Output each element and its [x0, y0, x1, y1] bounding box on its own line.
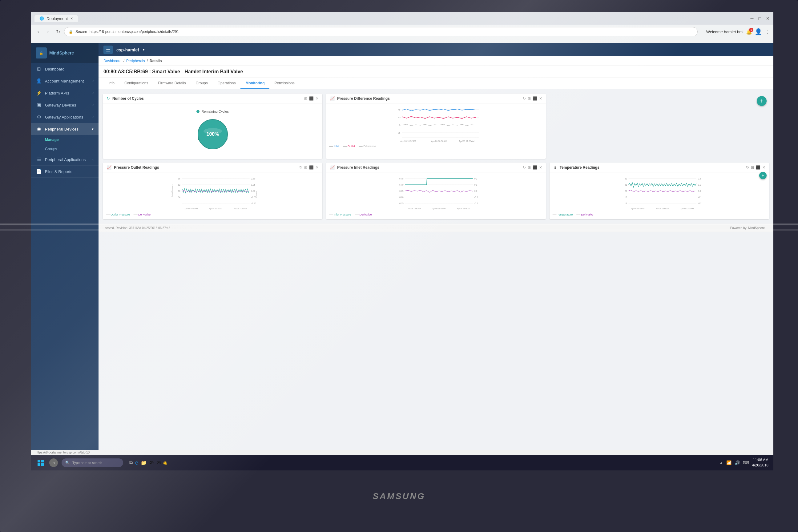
store-icon[interactable]: 🛍 [149, 460, 154, 466]
menu-icon[interactable]: ⋮ [765, 29, 770, 35]
tab-configurations[interactable]: Configurations [119, 78, 153, 89]
folder-icon[interactable]: 📁 [141, 460, 147, 466]
add-button[interactable]: + [757, 96, 766, 106]
inlet-close-icon[interactable]: ✕ [539, 165, 542, 170]
cycles-table-icon[interactable]: ⊞ [304, 96, 307, 101]
temp-close-icon[interactable]: ✕ [762, 165, 765, 170]
search-icon-button[interactable]: ○ [49, 458, 58, 467]
welcome-text: Welcome hamlet hmi [706, 30, 743, 34]
svg-text:20: 20 [625, 190, 627, 192]
legend-outlet-derivative: Derivative [138, 213, 151, 216]
svg-text:Apr/26 10:52AM: Apr/26 10:52AM [185, 208, 198, 210]
browser-titlebar: 🌐 Deployment ✕ ─ □ ✕ [31, 12, 773, 25]
temp-table-icon[interactable]: ⊞ [751, 165, 754, 170]
sidebar-item-dashboard[interactable]: ⊞ Dashboard [31, 63, 98, 75]
tab-firmware-details[interactable]: Firmware Details [153, 78, 191, 89]
sidebar-item-gateway-applications[interactable]: ⚙ Gateway Applications ‹ [31, 111, 98, 123]
pressure-inlet-title: Pressure Inlet Readings [337, 165, 520, 170]
taskbar-search[interactable]: 🔍 Type here to search [61, 458, 123, 467]
notification-icon[interactable]: 🔔1 [746, 29, 752, 35]
minimize-button[interactable]: ─ [750, 16, 754, 21]
legend-inlet-derivative: Derivative [359, 213, 372, 216]
reload-button[interactable]: ↻ [54, 28, 61, 35]
widget-pressure-diff-body: 75 25 0 -25 [326, 103, 546, 151]
tab-permissions[interactable]: Permissions [269, 78, 299, 89]
network-icon[interactable]: 📶 [726, 460, 732, 465]
back-button[interactable]: ‹ [35, 28, 42, 35]
legend-difference: ── Difference [359, 145, 376, 148]
tab-operations[interactable]: Operations [213, 78, 241, 89]
sidebar-item-account-management[interactable]: 👤 Account Management ‹ [31, 75, 98, 87]
inlet-download-icon[interactable]: ⬛ [533, 165, 537, 170]
svg-rect-69 [38, 463, 40, 466]
monitor-bezel: 🌐 Deployment ✕ ─ □ ✕ ‹ › ↻ 🔒 Secure http… [0, 0, 798, 532]
chrome-icon[interactable]: ◉ [163, 460, 168, 466]
restore-button[interactable]: □ [759, 16, 761, 21]
temp-add-button[interactable]: + [759, 172, 766, 179]
temp-refresh-icon[interactable]: ↻ [746, 165, 749, 170]
app-container: 🔒 MindSphere ⊞ Dashboard 👤 Account Manag… [31, 43, 773, 471]
browser-tab[interactable]: 🌐 Deployment ✕ [35, 15, 78, 22]
inlet-table-icon[interactable]: ⊞ [528, 165, 531, 170]
outlet-refresh-icon[interactable]: ↻ [299, 165, 302, 170]
start-button[interactable] [36, 458, 45, 468]
task-view-button[interactable]: ⧉ [129, 460, 133, 466]
widget-pressure-outlet-body: 66 62 58 54 2.50 1.25 0.00 -1.25 -2.5 [103, 172, 322, 219]
sidebar-sub-item-manage[interactable]: Manage [31, 135, 98, 145]
pressure-diff-refresh-icon[interactable]: ↻ [523, 96, 526, 101]
app-dropdown-arrow[interactable]: ▾ [143, 48, 145, 52]
widget-pressure-inlet-body: 64.5 64.0 63.5 63.0 62.5 0.2 0.1 0.0 -0.… [326, 172, 546, 219]
cycles-download-icon[interactable]: ⬛ [309, 96, 314, 101]
pressure-diff-download-icon[interactable]: ⬛ [533, 96, 537, 101]
tab-monitoring[interactable]: Monitoring [241, 78, 269, 89]
breadcrumb-dashboard[interactable]: Dashboard [103, 59, 121, 63]
svg-text:-0.2: -0.2 [698, 202, 701, 205]
sidebar-item-gateway-apps-label: Gateway Applications [45, 115, 83, 119]
pressure-diff-legend: ── Inlet ── Outlet ── Difference [329, 145, 543, 148]
svg-text:21: 21 [625, 184, 627, 186]
outlet-download-icon[interactable]: ⬛ [309, 165, 314, 170]
hamburger-button[interactable]: ☰ [103, 45, 113, 54]
peripheral-apps-chevron: ‹ [92, 158, 94, 161]
temp-download-icon[interactable]: ⬛ [756, 165, 760, 170]
volume-icon[interactable]: 🔊 [735, 460, 740, 465]
sidebar-item-platform-apis[interactable]: ⚡ Platform APIs ‹ [31, 87, 98, 99]
widget-pressure-outlet-header: 📈 Pressure Outlet Readings ↻ ⊞ ⬛ ✕ [103, 163, 322, 172]
inlet-refresh-icon[interactable]: ↻ [523, 165, 526, 170]
served-text: served. Revision: 337168d 04/25/2018 06:… [103, 225, 171, 231]
keyboard-icon[interactable]: ⌨ [743, 460, 749, 465]
pressure-diff-close-icon[interactable]: ✕ [539, 96, 542, 101]
edge-icon[interactable]: e [135, 460, 138, 466]
outlet-close-icon[interactable]: ✕ [316, 165, 319, 170]
widget-pressure-diff-actions: ↻ ⊞ ⬛ ✕ [523, 96, 542, 101]
svg-text:Apr/26 10:52AM: Apr/26 10:52AM [407, 208, 421, 210]
close-button[interactable]: ✕ [766, 16, 770, 21]
powered-by-text: Powered by: MindSphere [726, 225, 768, 231]
tab-groups[interactable]: Groups [191, 78, 212, 89]
taskbar-up-arrow[interactable]: ▲ [720, 460, 723, 465]
groups-label: Groups [45, 147, 57, 151]
sidebar-sub-item-groups[interactable]: Groups [31, 145, 98, 154]
outlet-table-icon[interactable]: ⊞ [304, 165, 307, 170]
cycles-close-icon[interactable]: ✕ [316, 96, 319, 101]
forward-button[interactable]: › [44, 28, 52, 35]
sidebar-item-files-reports[interactable]: 📄 Files & Reports [31, 166, 98, 178]
taskbar-search-text: Type here to search [72, 461, 102, 464]
sidebar-item-peripheral-devices[interactable]: ◉ Peripheral Devices ▾ [31, 123, 98, 135]
sidebar-item-peripheral-applications[interactable]: ☰ Peripheral Applications ‹ [31, 154, 98, 166]
sidebar-item-gateway-devices-label: Gateway Devices [45, 103, 76, 108]
main-content: ☰ csp-hamlet ▾ Dashboard / Peripherals /… [98, 43, 773, 471]
pressure-inlet-legend: ── Inlet Pressure ── Derivative [329, 213, 543, 216]
breadcrumb-peripherals[interactable]: Peripherals [126, 59, 145, 63]
tab-close-button[interactable]: ✕ [70, 17, 73, 21]
pressure-diff-table-icon[interactable]: ⊞ [528, 96, 531, 101]
svg-text:Apr/26 10:52AM: Apr/26 10:52AM [631, 208, 644, 210]
temperature-icon: 🌡 [553, 165, 557, 170]
address-bar[interactable]: 🔒 Secure https://r8-portal.mentorcsp.com… [64, 27, 698, 36]
pressure-inlet-svg: 64.5 64.0 63.5 63.0 62.5 0.2 0.1 0.0 -0.… [329, 175, 543, 212]
sidebar-item-gateway-devices[interactable]: ▣ Gateway Devices ‹ [31, 99, 98, 111]
mail-icon[interactable]: ✉ [157, 460, 161, 466]
tab-info[interactable]: Info [103, 78, 119, 89]
widget-temperature-actions: ↻ ⊞ ⬛ ✕ [746, 165, 765, 170]
profile-icon[interactable]: 👤 [755, 28, 762, 35]
